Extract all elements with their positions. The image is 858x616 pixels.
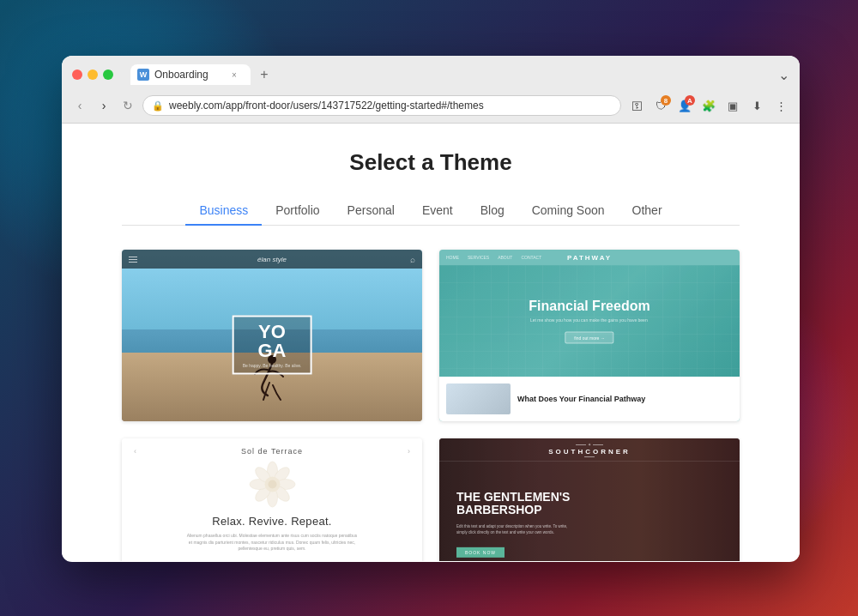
browser-toolbar: ‹ › ↻ 🔒 weebly.com/app/front-door/users/… [62, 90, 800, 123]
badge-count-1: 8 [661, 95, 671, 106]
traffic-lights [72, 69, 113, 80]
pathway-post-thumbnail [446, 383, 511, 414]
tab-title: Onboarding [154, 69, 208, 81]
theme-category-tabs: Business Portfolio Personal Event Blog C… [122, 196, 740, 226]
tab-portfolio[interactable]: Portfolio [262, 196, 333, 226]
browser-tab-onboarding[interactable]: W Onboarding × [130, 64, 251, 85]
southcorner-headline: THE GENTLEMEN'S BARBERSHOP [456, 491, 585, 517]
lock-icon: 🔒 [152, 100, 164, 112]
browser-menu-button[interactable]: ⋮ [770, 95, 791, 116]
badge-count-2: A [685, 95, 695, 106]
southcorner-body: Edit this text and adapt your descriptio… [456, 524, 568, 536]
profiles-button[interactable]: ▣ [722, 95, 743, 116]
tab-bar: W Onboarding × + [130, 64, 771, 85]
extensions-button[interactable]: 🧩 [698, 95, 719, 116]
svg-point-11 [268, 480, 276, 489]
forward-button[interactable]: › [94, 96, 113, 115]
southcorner-logo: SOUTHCORNER [548, 448, 631, 456]
tab-business[interactable]: Business [185, 196, 262, 226]
yoga-logo: élan style [257, 256, 287, 263]
sol-nav-next: › [408, 447, 410, 456]
tab-coming-soon[interactable]: Coming Soon [518, 196, 619, 226]
theme-grid: élan style ⌕ [122, 250, 740, 561]
browser-titlebar: W Onboarding × + ⌄ [62, 56, 800, 90]
downloads-button[interactable]: ⬇ [746, 95, 767, 116]
tab-blog[interactable]: Blog [467, 196, 518, 226]
tab-other[interactable]: Other [619, 196, 676, 226]
theme-card-sol[interactable]: ‹ Sol de Terrace › [122, 438, 422, 561]
southcorner-theme-preview: ✦ SOUTHCORNER THE GENTLEMEN [439, 438, 740, 561]
window-collapse-button[interactable]: ⌄ [778, 67, 789, 83]
page-inner: Select a Theme Business Portfolio Person… [105, 124, 757, 561]
back-button[interactable]: ‹ [70, 96, 89, 115]
page-content: Select a Theme Business Portfolio Person… [62, 124, 800, 561]
browser-window: W Onboarding × + ⌄ ‹ › ↻ 🔒 weebly.com/ap… [62, 56, 800, 562]
pathway-subtext: Let me show you how you can make the gai… [529, 317, 649, 323]
close-window-button[interactable] [72, 69, 82, 80]
sol-flower-decoration [249, 461, 296, 508]
refresh-button[interactable]: ↻ [118, 96, 137, 115]
key-icon-button[interactable]: ⚿ [626, 95, 647, 116]
sol-logo: Sol de Terrace [241, 447, 303, 456]
address-bar[interactable]: 🔒 weebly.com/app/front-door/users/143717… [142, 95, 621, 116]
yoga-ga-text: GA [243, 341, 302, 360]
browser-chrome: W Onboarding × + ⌄ ‹ › ↻ 🔒 weebly.com/ap… [62, 56, 800, 124]
url-text: weebly.com/app/front-door/users/14371752… [169, 100, 612, 112]
notification-badge-1[interactable]: 🛡 8 [650, 95, 671, 116]
pathway-cta: find out more → [565, 332, 614, 344]
tab-personal[interactable]: Personal [334, 196, 408, 226]
yoga-tagline: Be happy. Be healthy. Be alive. [243, 363, 302, 368]
yoga-search-icon: ⌕ [410, 255, 415, 264]
yoga-yo-text: YO [243, 323, 302, 341]
pathway-post-title: What Does Your Financial Pathway [517, 395, 645, 403]
yoga-theme-preview: élan style ⌕ [122, 250, 422, 421]
new-tab-button[interactable]: + [254, 64, 275, 85]
page-title: Select a Theme [122, 149, 740, 176]
theme-card-southcorner[interactable]: ✦ SOUTHCORNER THE GENTLEMEN [439, 438, 740, 561]
pathway-headline: Financial Freedom [529, 299, 650, 314]
pathway-theme-preview: HOME SERVICES ABOUT CONTACT PATHWAY [439, 250, 740, 421]
pathway-logo: PATHWAY [567, 254, 612, 262]
pathway-post-info: What Does Your Financial Pathway [517, 395, 645, 403]
sol-headline: Relax. Revive. Repeat. [134, 515, 410, 528]
theme-card-yoga[interactable]: élan style ⌕ [122, 250, 422, 421]
tab-close-button[interactable]: × [228, 69, 240, 81]
notification-badge-2[interactable]: 👤 A [674, 95, 695, 116]
sol-body-text: Alienum phasellus orci ubi. Molestiae el… [186, 533, 358, 553]
southcorner-cta-button[interactable]: BOOK NOW [456, 547, 505, 558]
tab-favicon: W [137, 69, 149, 81]
sol-theme-preview: ‹ Sol de Terrace › [122, 438, 422, 561]
sol-nav-prev: ‹ [134, 447, 136, 456]
maximize-window-button[interactable] [103, 69, 113, 80]
theme-card-pathway[interactable]: HOME SERVICES ABOUT CONTACT PATHWAY [439, 250, 740, 421]
tab-event[interactable]: Event [408, 196, 467, 226]
toolbar-actions: ⚿ 🛡 8 👤 A 🧩 ▣ ⬇ ⋮ [626, 95, 791, 116]
minimize-window-button[interactable] [88, 69, 98, 80]
